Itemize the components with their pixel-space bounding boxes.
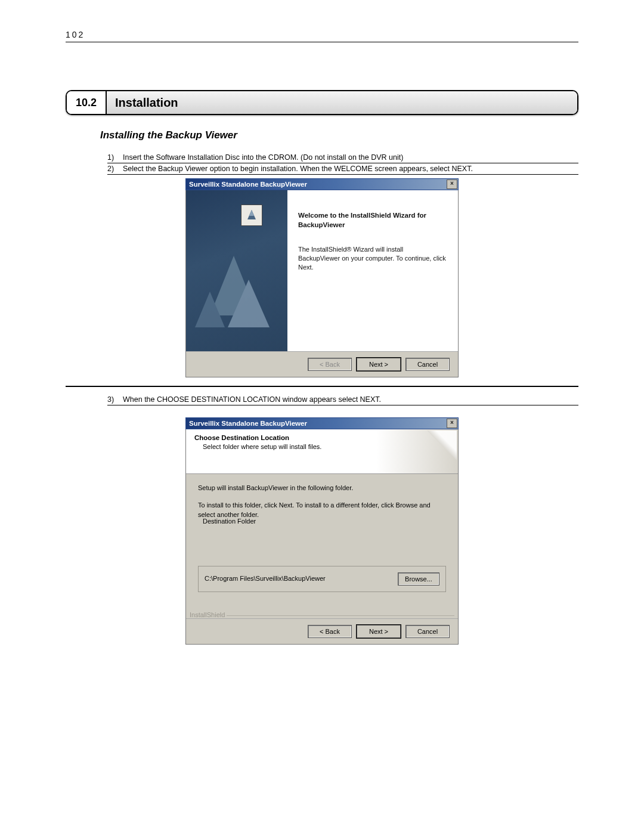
- subheading: Installing the Backup Viewer: [100, 129, 578, 141]
- welcome-right-panel: Welcome to the InstallShield Wizard for …: [287, 190, 458, 351]
- step-text: When the CHOOSE DESTINATION LOCATION win…: [123, 395, 578, 404]
- dialog-body: Welcome to the InstallShield Wizard for …: [185, 190, 459, 377]
- destination-header: Choose Destination Location Select folde…: [186, 429, 458, 474]
- cancel-button[interactable]: Cancel: [405, 625, 450, 638]
- titlebar: Surveillix Standalone BackupViewer ×: [185, 417, 459, 429]
- svg-marker-1: [249, 210, 254, 216]
- titlebar: Surveillix Standalone BackupViewer ×: [185, 178, 459, 190]
- step-text: Select the Backup Viewer option to begin…: [123, 165, 578, 173]
- installer-dialog-welcome: Surveillix Standalone BackupViewer ×: [185, 178, 459, 377]
- divider: [66, 386, 578, 387]
- cancel-button[interactable]: Cancel: [405, 358, 450, 371]
- step-number: 2): [107, 165, 123, 173]
- welcome-heading-line2: BackupViewer: [298, 221, 446, 228]
- section-title: Installation: [107, 91, 577, 114]
- button-row: < Back Next > Cancel: [186, 618, 458, 644]
- step-row: 3) When the CHOOSE DESTINATION LOCATION …: [107, 394, 578, 405]
- step-row: 1) Insert the Software Installation Disc…: [107, 152, 578, 163]
- section-number: 10.2: [67, 91, 107, 114]
- close-icon[interactable]: ×: [447, 179, 457, 189]
- destination-text-2: To install to this folder, click Next. T…: [198, 501, 446, 519]
- destination-text-1: Setup will install BackupViewer in the f…: [198, 484, 446, 493]
- section-header: 10.2 Installation: [66, 90, 578, 115]
- welcome-description: The InstallShield® Wizard will install B…: [298, 245, 446, 272]
- destination-subheading: Select folder where setup will install f…: [203, 443, 450, 450]
- next-button[interactable]: Next >: [357, 358, 401, 371]
- steps-list: 1) Insert the Software Installation Disc…: [107, 152, 578, 175]
- top-rule: [66, 42, 578, 42]
- close-icon[interactable]: ×: [447, 419, 457, 428]
- back-button[interactable]: < Back: [308, 625, 352, 638]
- dialog-body: Choose Destination Location Select folde…: [185, 429, 459, 645]
- welcome-heading-line1: Welcome to the InstallShield Wizard for: [298, 212, 446, 219]
- step-row: 2) Select the Backup Viewer option to be…: [107, 163, 578, 175]
- destination-path: C:\Program Files\Surveillix\BackupViewer: [205, 574, 393, 583]
- step-number: 1): [107, 153, 123, 162]
- destination-body: Setup will install BackupViewer in the f…: [186, 474, 458, 610]
- welcome-sidebar-graphic: [186, 190, 287, 351]
- page-number: 102: [66, 30, 578, 39]
- step-number: 3): [107, 395, 123, 404]
- next-button[interactable]: Next >: [357, 625, 401, 638]
- browse-button[interactable]: Browse...: [398, 572, 439, 586]
- steps-list: 3) When the CHOOSE DESTINATION LOCATION …: [107, 394, 578, 405]
- button-row: < Back Next > Cancel: [186, 351, 458, 377]
- fieldset-label: Destination Folder: [200, 518, 258, 525]
- destination-folder-fieldset: C:\Program Files\Surveillix\BackupViewer…: [198, 566, 446, 592]
- window-title: Surveillix Standalone BackupViewer: [189, 420, 307, 427]
- installshield-label: InstallShield: [186, 610, 458, 618]
- installshield-logo-icon: [241, 205, 262, 226]
- back-button: < Back: [308, 358, 352, 371]
- step-text: Insert the Software Installation Disc in…: [123, 153, 578, 162]
- destination-heading: Choose Destination Location: [194, 434, 450, 441]
- window-title: Surveillix Standalone BackupViewer: [189, 181, 307, 188]
- installer-dialog-destination: Surveillix Standalone BackupViewer × Cho…: [185, 417, 459, 645]
